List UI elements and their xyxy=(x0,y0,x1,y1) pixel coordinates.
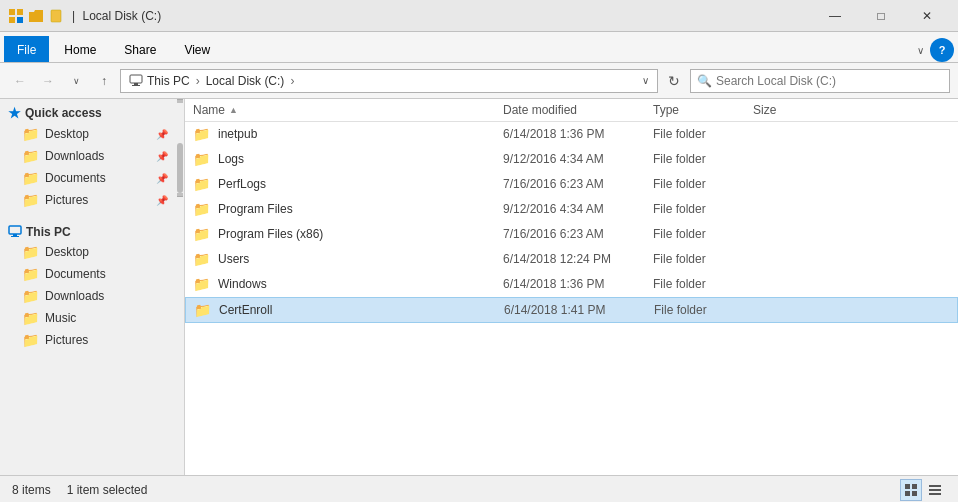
list-view-button[interactable] xyxy=(924,479,946,501)
sidebar-item-documents-quick[interactable]: 📁 Documents 📌 xyxy=(0,167,176,189)
star-icon: ★ xyxy=(8,105,21,121)
sidebar-item-pictures-pc[interactable]: 📁 Pictures xyxy=(0,329,176,351)
sidebar-scrollbar[interactable] xyxy=(176,99,184,475)
col-header-date[interactable]: Date modified xyxy=(503,103,653,117)
folder-icon: 📁 xyxy=(22,244,39,260)
table-row[interactable]: 📁 inetpub 6/14/2018 1:36 PM File folder xyxy=(185,122,958,147)
tab-file[interactable]: File xyxy=(4,36,49,62)
breadcrumb-local-disk[interactable]: Local Disk (C:) xyxy=(206,74,285,88)
file-type-cell: File folder xyxy=(653,227,753,241)
minimize-button[interactable]: — xyxy=(812,0,858,32)
address-bar: ← → ∨ ↑ This PC › Local Disk (C:) › ∨ ↻ … xyxy=(0,63,958,99)
file-date-cell: 6/14/2018 12:24 PM xyxy=(503,252,653,266)
ribbon-collapse-button[interactable]: ∨ xyxy=(913,43,928,58)
table-row[interactable]: 📁 Program Files 9/12/2016 4:34 AM File f… xyxy=(185,197,958,222)
file-list: 📁 inetpub 6/14/2018 1:36 PM File folder … xyxy=(185,122,958,475)
detail-view-icon xyxy=(904,483,918,497)
col-header-type[interactable]: Type xyxy=(653,103,753,117)
breadcrumb-this-pc[interactable]: This PC xyxy=(147,74,190,88)
sidebar-item-label: Music xyxy=(45,311,76,325)
sidebar-item-label: Downloads xyxy=(45,149,104,163)
sidebar-item-downloads-pc[interactable]: 📁 Downloads xyxy=(0,285,176,307)
svg-rect-9 xyxy=(13,234,17,236)
quick-access-header[interactable]: ★ Quick access xyxy=(0,99,176,123)
ribbon-right-controls: ∨ ? xyxy=(913,38,954,62)
sidebar-item-documents-pc[interactable]: 📁 Documents xyxy=(0,263,176,285)
svg-rect-11 xyxy=(905,484,910,489)
sidebar-item-label: Desktop xyxy=(45,127,89,141)
folder-icon: 📁 xyxy=(22,310,39,326)
pin-icon: 📌 xyxy=(156,129,168,140)
sidebar-item-label: Documents xyxy=(45,171,106,185)
title-bar-app-icons xyxy=(8,8,64,24)
sidebar-item-music-pc[interactable]: 📁 Music xyxy=(0,307,176,329)
status-bar: 8 items 1 item selected xyxy=(0,475,958,502)
table-row[interactable]: 📁 PerfLogs 7/16/2016 6:23 AM File folder xyxy=(185,172,958,197)
back-button[interactable]: ← xyxy=(8,69,32,93)
breadcrumb-sep-1: › xyxy=(196,74,200,88)
computer-icon xyxy=(129,74,143,88)
file-name-label: Logs xyxy=(218,152,244,166)
folder-icon: 📁 xyxy=(22,148,39,164)
app-icon xyxy=(8,8,24,24)
sidebar-item-downloads-quick[interactable]: 📁 Downloads 📌 xyxy=(0,145,176,167)
maximize-button[interactable]: □ xyxy=(858,0,904,32)
folder-icon: 📁 xyxy=(193,251,210,267)
folder-icon: 📁 xyxy=(22,126,39,142)
detail-view-button[interactable] xyxy=(900,479,922,501)
table-row[interactable]: 📁 CertEnroll 6/14/2018 1:41 PM File fold… xyxy=(185,297,958,323)
file-name-cell: 📁 Windows xyxy=(193,276,503,292)
pin-icon: 📌 xyxy=(156,195,168,206)
sidebar-wrapper: ★ Quick access 📁 Desktop 📌 📁 Downloads 📌… xyxy=(0,99,185,475)
col-header-size[interactable]: Size xyxy=(753,103,776,117)
table-row[interactable]: 📁 Logs 9/12/2016 4:34 AM File folder xyxy=(185,147,958,172)
tab-home[interactable]: Home xyxy=(51,36,109,62)
list-view-icon xyxy=(928,483,942,497)
table-row[interactable]: 📁 Users 6/14/2018 12:24 PM File folder xyxy=(185,247,958,272)
folder-app-icon xyxy=(28,8,44,24)
close-button[interactable]: ✕ xyxy=(904,0,950,32)
sidebar-scrollbar-thumb[interactable] xyxy=(177,143,183,193)
search-box[interactable]: 🔍 xyxy=(690,69,950,93)
address-field[interactable]: This PC › Local Disk (C:) › ∨ xyxy=(120,69,658,93)
folder-icon: 📁 xyxy=(22,332,39,348)
up-button[interactable]: ↑ xyxy=(92,69,116,93)
refresh-button[interactable]: ↻ xyxy=(662,69,686,93)
search-icon: 🔍 xyxy=(697,74,712,88)
sidebar-item-label: Downloads xyxy=(45,289,104,303)
table-row[interactable]: 📁 Windows 6/14/2018 1:36 PM File folder xyxy=(185,272,958,297)
file-list-header: Name ▲ Date modified Type Size xyxy=(185,99,958,122)
file-name-cell: 📁 Program Files xyxy=(193,201,503,217)
col-name-label: Name xyxy=(193,103,225,117)
this-pc-header[interactable]: This PC xyxy=(0,219,176,241)
file-date-cell: 7/16/2016 6:23 AM xyxy=(503,227,653,241)
sidebar-item-label: Desktop xyxy=(45,245,89,259)
sidebar-item-pictures-quick[interactable]: 📁 Pictures 📌 xyxy=(0,189,176,211)
this-pc-label: This PC xyxy=(26,225,71,239)
folder-icon: 📁 xyxy=(22,266,39,282)
dropdown-nav-button[interactable]: ∨ xyxy=(64,69,88,93)
col-date-label: Date modified xyxy=(503,103,577,117)
forward-button[interactable]: → xyxy=(36,69,60,93)
sidebar-item-label: Pictures xyxy=(45,333,88,347)
col-header-name[interactable]: Name ▲ xyxy=(193,103,503,117)
search-input[interactable] xyxy=(716,74,943,88)
file-name-cell: 📁 Program Files (x86) xyxy=(193,226,503,242)
tab-share[interactable]: Share xyxy=(111,36,169,62)
table-row[interactable]: 📁 Program Files (x86) 7/16/2016 6:23 AM … xyxy=(185,222,958,247)
file-name-label: inetpub xyxy=(218,127,257,141)
sidebar-item-desktop-quick[interactable]: 📁 Desktop 📌 xyxy=(0,123,176,145)
help-button[interactable]: ? xyxy=(930,38,954,62)
tab-view[interactable]: View xyxy=(171,36,223,62)
svg-rect-12 xyxy=(905,491,910,496)
ribbon-tabs: File Home Share View ∨ ? xyxy=(0,32,958,62)
sidebar-item-label: Documents xyxy=(45,267,106,281)
svg-rect-10 xyxy=(11,236,19,237)
file-name-label: Windows xyxy=(218,277,267,291)
file-date-cell: 9/12/2016 4:34 AM xyxy=(503,202,653,216)
file-type-cell: File folder xyxy=(653,152,753,166)
file-type-cell: File folder xyxy=(654,303,754,317)
address-dropdown-arrow[interactable]: ∨ xyxy=(642,75,649,86)
sidebar-item-desktop-pc[interactable]: 📁 Desktop xyxy=(0,241,176,263)
pin-icon xyxy=(48,8,64,24)
